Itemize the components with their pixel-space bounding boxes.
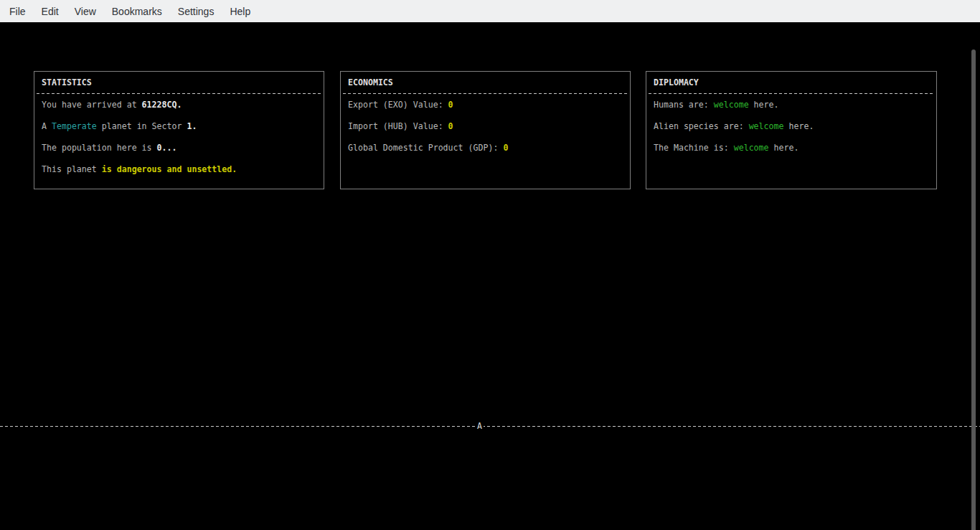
panel-title-separator (343, 93, 628, 94)
text-line: You have arrived at 61228CQ. (42, 100, 321, 110)
text-line: A Temperate planet in Sector 1. (42, 121, 321, 132)
text-segment-fg: The population here is (42, 143, 157, 153)
menu-item-view[interactable]: View (67, 0, 104, 22)
menu-item-edit[interactable]: Edit (34, 0, 67, 22)
text-segment-fg: You have arrived at (42, 100, 142, 110)
text-segment-yellow: is dangerous and unsettled. (102, 164, 237, 174)
map-divider-line (0, 426, 980, 427)
panel-title-separator (649, 93, 934, 94)
panel-economics: ECONOMICSExport (EXO) Value: 0Import (HU… (340, 71, 631, 189)
panel-title: DIPLOMACY (654, 77, 699, 88)
text-segment-fg: here. (769, 143, 799, 153)
text-segment-value: 1. (187, 121, 197, 131)
text-segment-fg: This planet (42, 164, 102, 174)
text-segment-cyan: Temperate (52, 121, 97, 131)
text-segment-fg: here. (784, 121, 814, 131)
text-line: Import (HUB) Value: 0 (348, 121, 627, 132)
panel-lines: Humans are: welcome here.Alien species a… (654, 100, 933, 164)
panel-lines: You have arrived at 61228CQ.A Temperate … (42, 100, 321, 186)
text-segment-fg: Humans are: (654, 100, 714, 110)
text-segment-green: welcome (714, 100, 749, 110)
text-line: This planet is dangerous and unsettled. (42, 164, 321, 175)
text-line: Alien species are: welcome here. (654, 121, 933, 132)
menu-item-file[interactable]: File (1, 0, 34, 22)
panel-title: ECONOMICS (348, 77, 393, 88)
menu-item-settings[interactable]: Settings (170, 0, 222, 22)
text-segment-fg: Import (HUB) Value: (348, 121, 448, 131)
text-segment-green: welcome (734, 143, 769, 153)
menubar: FileEditViewBookmarksSettingsHelp (0, 0, 980, 22)
text-segment-yellow: 0 (503, 143, 508, 153)
text-segment-green: welcome (749, 121, 784, 131)
text-line: The population here is 0... (42, 143, 321, 153)
panel-title: STATISTICS (42, 77, 92, 88)
menu-item-help[interactable]: Help (222, 0, 258, 22)
text-segment-yellow: 0 (448, 100, 453, 110)
text-segment-fg: Export (EXO) Value: (348, 100, 448, 110)
text-segment-fg: Global Domestic Product (GDP): (348, 143, 503, 153)
text-segment-value: 0... (157, 143, 177, 153)
terminal-screen[interactable]: STATISTICSYou have arrived at 61228CQ.A … (0, 22, 980, 530)
text-segment-fg: planet in Sector (97, 121, 187, 131)
text-line: The Machine is: welcome here. (654, 143, 933, 153)
text-segment-yellow: 0 (448, 121, 453, 131)
text-line: Export (EXO) Value: 0 (348, 100, 627, 110)
text-segment-value: 61228CQ. (142, 100, 182, 110)
text-segment-fg: here. (749, 100, 779, 110)
panel-diplomacy: DIPLOMACYHumans are: welcome here.Alien … (646, 71, 937, 189)
panel-statistics: STATISTICSYou have arrived at 61228CQ.A … (34, 71, 324, 189)
panel-lines: Export (EXO) Value: 0Import (HUB) Value:… (348, 100, 627, 164)
text-segment-fg: A (42, 121, 52, 131)
menu-item-bookmarks[interactable]: Bookmarks (104, 0, 170, 22)
text-line: Global Domestic Product (GDP): 0 (348, 143, 627, 153)
map-planet-marker: A (476, 421, 484, 432)
text-segment-fg: Alien species are: (654, 121, 749, 131)
text-line: Humans are: welcome here. (654, 100, 933, 110)
text-segment-fg: The Machine is: (654, 143, 734, 153)
panel-title-separator (37, 93, 321, 94)
scrollbar-thumb[interactable] (971, 49, 976, 530)
